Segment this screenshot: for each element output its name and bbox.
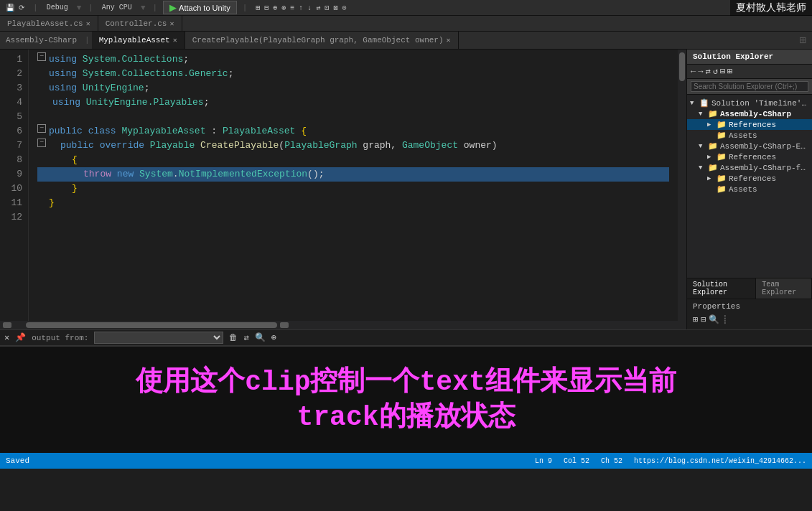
assets2-icon: 📁 <box>717 184 727 194</box>
tree-assembly-label: Assembly-CSharp <box>720 110 791 118</box>
code-line-5 <box>37 110 669 124</box>
split-editor-btn[interactable]: ⊞ <box>799 33 806 47</box>
subtitle-line1: 使用这个clip控制一个text组件来显示当前 <box>136 365 676 400</box>
bp-wrap-btn[interactable]: ⇄ <box>243 332 248 343</box>
code-tab-myplayable-close[interactable]: ✕ <box>173 36 177 44</box>
se-sync-btn[interactable]: ⇄ <box>705 66 710 77</box>
tree-ref2-label: References <box>729 153 776 161</box>
tree-solution[interactable]: ▼ 📋 Solution 'Timeline' (3 projects <box>687 98 812 108</box>
scrollbar-left-arrow[interactable] <box>3 322 11 328</box>
breadcrumb: Assembly-CSharp <box>0 36 83 44</box>
se-properties-btn[interactable]: ⊞ <box>727 66 732 77</box>
code-line-7: − public override Playable CreatePlayabl… <box>37 139 669 153</box>
tree-editor-arrow: ▼ <box>699 143 706 150</box>
subtitle-area: 使用这个clip控制一个text组件来显示当前 track的播放状态 <box>0 345 812 453</box>
code-tab-myplayable-label: MyplayableAsset <box>99 36 170 44</box>
bp-close-btn[interactable]: ✕ <box>4 332 9 343</box>
tree-assembly-first[interactable]: ▼ 📁 Assembly-CSharp-firstpa <box>687 162 812 173</box>
debug-config[interactable]: Debug <box>44 3 71 12</box>
tree-ref2-arrow: ▶ <box>707 153 714 161</box>
properties-panel: Properties ⊞ ⊟ 🔍 ┊ <box>687 299 812 329</box>
se-tab-team[interactable]: Team Explorer <box>756 278 812 299</box>
tree-assembly-arrow: ▼ <box>699 111 706 118</box>
status-saved: Saved <box>6 456 29 465</box>
bp-pin-btn[interactable]: 📌 <box>15 332 26 343</box>
code-tab-createplayable-label: CreatePlayable(PlayableGraph graph, Game… <box>192 36 444 44</box>
status-ch: Ch 52 <box>601 457 622 465</box>
more-toolbar-buttons[interactable]: ⊞ ⊟ ⊕ ⊗ ≡ ↑ ↓ ⇄ ⊡ ⊠ ⊙ <box>253 3 349 13</box>
tree-ref3-label: References <box>729 174 776 183</box>
code-line-1: − using System.Collections; <box>37 52 669 67</box>
scrollbar-thumb-h[interactable] <box>26 322 277 328</box>
editor-content: 1 2 3 4 5 6 7 8 9 10 11 12 − using Syste… <box>0 50 686 321</box>
se-search-input[interactable] <box>691 81 808 92</box>
props-btn-1[interactable]: ⊞ <box>693 314 698 325</box>
tree-ref1-arrow: ▶ <box>707 121 714 128</box>
code-line-9: throw new System.NotImplementedException… <box>37 167 669 182</box>
ref1-icon: 📁 <box>717 120 727 129</box>
bp-clear-btn[interactable]: 🗑 <box>229 332 238 343</box>
tree-assembly-csharp[interactable]: ▼ 📁 Assembly-CSharp <box>687 108 812 119</box>
bottom-panel: ✕ 📌 output from: 🗑 ⇄ 🔍 ⊕ <box>0 329 812 345</box>
tree-ref1-label: References <box>729 121 776 129</box>
vertical-scrollbar[interactable] <box>678 50 686 321</box>
tab-playableasset[interactable]: PlayableAsset.cs ✕ <box>0 16 98 31</box>
horizontal-scrollbar[interactable] <box>0 321 686 329</box>
fold-7[interactable]: − <box>37 139 46 147</box>
tab-controller-close[interactable]: ✕ <box>169 19 174 28</box>
attach-unity-button[interactable]: ▶ Attach to Unity <box>163 1 237 14</box>
status-bar: Saved Ln 9 Col 52 Ch 52 https://blog.csd… <box>0 453 812 469</box>
tree-references-1[interactable]: ▶ 📁 References <box>687 119 812 130</box>
code-tab-myplayable[interactable]: MyplayableAsset ✕ <box>92 32 185 49</box>
code-line-12 <box>37 210 669 225</box>
tree-assets2-label: Assets <box>729 185 757 194</box>
properties-label: Properties <box>693 302 806 313</box>
se-toolbar: ← → ⇄ ↺ ⊟ ⊞ <box>687 65 812 79</box>
tree-first-arrow: ▼ <box>699 164 706 172</box>
cpu-config[interactable]: Any CPU <box>99 3 135 12</box>
props-toolbar: ⊞ ⊟ 🔍 ┊ <box>693 313 806 327</box>
watermark-text: 夏村散人韩老师 <box>736 1 806 13</box>
line-numbers: 1 2 3 4 5 6 7 8 9 10 11 12 <box>0 50 29 321</box>
se-back-btn[interactable]: ← <box>691 67 696 77</box>
attach-unity-label: Attach to Unity <box>179 4 230 12</box>
tree-references-2[interactable]: ▶ 📁 References <box>687 151 812 162</box>
props-btn-3[interactable]: 🔍 <box>709 314 719 325</box>
tab-controller[interactable]: Controller.cs ✕ <box>98 16 182 31</box>
code-tab-createplayable[interactable]: CreatePlayable(PlayableGraph graph, Game… <box>185 32 459 49</box>
code-line-11: } <box>37 196 669 210</box>
tab-playableasset-label: PlayableAsset.cs <box>7 19 83 28</box>
tree-solution-label: Solution 'Timeline' (3 projects <box>711 99 809 108</box>
bp-more-btn[interactable]: ⊕ <box>271 332 276 343</box>
tree-assets-1[interactable]: 📁 Assets <box>687 130 812 141</box>
fold-1[interactable]: − <box>37 52 46 61</box>
sidebar: Solution Explorer ← → ⇄ ↺ ⊟ ⊞ ▼ 📋 Soluti… <box>686 50 812 329</box>
se-refresh-btn[interactable]: ↺ <box>713 66 718 77</box>
tree-assembly-editor[interactable]: ▼ 📁 Assembly-CSharp-Editor-f <box>687 141 812 151</box>
toolbar-icons[interactable]: 💾 ⟳ <box>3 3 27 13</box>
code-area: 1 2 3 4 5 6 7 8 9 10 11 12 − using Syste… <box>0 50 686 329</box>
fold-6[interactable]: − <box>37 124 46 133</box>
props-btn-2[interactable]: ⊟ <box>701 314 706 325</box>
subtitle-line2: track的播放状态 <box>136 400 676 435</box>
code-tab-createplayable-close[interactable]: ✕ <box>447 36 451 44</box>
toolbar: 💾 ⟳ | Debug ▼ | Any CPU ▼ | ▶ Attach to … <box>0 0 812 16</box>
se-collapse-btn[interactable]: ⊟ <box>720 66 725 77</box>
bp-find-btn[interactable]: 🔍 <box>255 332 266 343</box>
tree-references-3[interactable]: ▶ 📁 References <box>687 173 812 184</box>
se-tab-solution[interactable]: Solution Explorer <box>687 278 756 299</box>
solution-explorer-header: Solution Explorer <box>687 50 812 65</box>
tab-controller-label: Controller.cs <box>106 19 167 28</box>
code-body[interactable]: − using System.Collections; using System… <box>29 50 678 321</box>
tree-editor-label: Assembly-CSharp-Editor-f <box>720 142 809 151</box>
se-forward-btn[interactable]: → <box>698 67 703 77</box>
output-from-dropdown[interactable] <box>94 332 223 344</box>
code-line-3: using UnityEngine; <box>37 81 669 95</box>
status-link: https://blog.csdn.net/weixin_42914662... <box>634 457 806 465</box>
editor-icon: 📁 <box>708 141 718 151</box>
scrollbar-thumb[interactable] <box>679 52 685 81</box>
tree-assets-2[interactable]: 📁 Assets <box>687 184 812 194</box>
tab-playableasset-close[interactable]: ✕ <box>86 19 90 28</box>
scrollbar-right-arrow[interactable] <box>280 322 289 328</box>
se-search[interactable] <box>687 79 812 95</box>
